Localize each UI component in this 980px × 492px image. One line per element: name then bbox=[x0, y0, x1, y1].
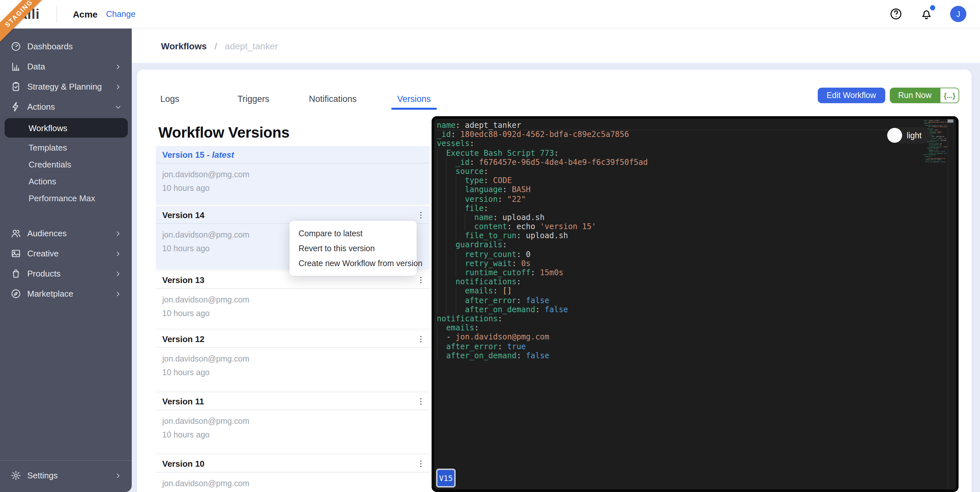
breadcrumb-section[interactable]: Workflows bbox=[161, 41, 207, 51]
code-line: after_error: false bbox=[924, 151, 947, 153]
sidebar-item-templates[interactable]: Templates bbox=[0, 139, 132, 156]
sidebar-item-label: Strategy & Planning bbox=[27, 82, 102, 92]
gear-icon bbox=[10, 470, 21, 481]
sidebar-nav: DashboardsDataStrategy & PlanningActions… bbox=[0, 37, 132, 304]
code-line: - jon.davidson@pmg.com bbox=[437, 333, 917, 342]
sidebar-item-strategy-planning[interactable]: Strategy & Planning bbox=[0, 76, 132, 97]
code-editor-content[interactable]: name: adept_tanker_id: 180edc88-092d-456… bbox=[437, 121, 917, 360]
code-line: retry_count: 0 bbox=[924, 143, 947, 145]
version-title-row: Version 11 bbox=[156, 393, 430, 410]
version-author-email: jon.davidson@pmg.com bbox=[162, 417, 423, 426]
version-meta: jon.davidson@pmg.com10 hours ago bbox=[156, 410, 430, 439]
change-org-link[interactable]: Change bbox=[106, 9, 136, 19]
chevron-right-icon bbox=[114, 250, 122, 257]
version-title: Version 10 bbox=[162, 459, 204, 468]
chevron-right-icon bbox=[114, 471, 122, 479]
menu-item-revert-to-this-version[interactable]: Revert to this version bbox=[290, 241, 417, 256]
tab-triggers[interactable]: Triggers bbox=[237, 94, 269, 104]
code-line: Execute Bash Script 773: bbox=[924, 125, 947, 127]
sidebar-item-credentials[interactable]: Credentials bbox=[0, 156, 132, 173]
kebab-menu-icon[interactable] bbox=[414, 209, 427, 221]
code-line: _id: f676457e-96d5-4de4-b4e9-f6c39f50f5a… bbox=[924, 127, 947, 128]
sidebar-item-performance-max[interactable]: Performance Max bbox=[0, 189, 132, 206]
run-button-group: Run Now {...} bbox=[890, 88, 959, 103]
help-icon[interactable] bbox=[889, 7, 903, 21]
code-line: language: BASH bbox=[437, 185, 917, 194]
context-menu: Compare to latestRevert to this versionC… bbox=[290, 221, 417, 276]
version-author-email: jon.davidson@pmg.com bbox=[162, 479, 423, 488]
code-line: name: upload.sh bbox=[437, 213, 917, 222]
run-params-button[interactable]: {...} bbox=[940, 88, 959, 103]
sidebar-item-label: Creative bbox=[27, 248, 59, 258]
edit-workflow-button[interactable]: Edit Workflow bbox=[818, 88, 885, 103]
version-title-row: Version 12 bbox=[156, 330, 430, 348]
code-line: retry_count: 0 bbox=[437, 250, 917, 259]
sidebar-bottom: Settings bbox=[0, 460, 132, 492]
code-line: guardrails: bbox=[924, 142, 947, 143]
sidebar-item-workflows[interactable]: Workflows bbox=[5, 118, 128, 138]
menu-item-compare-to-latest[interactable]: Compare to latest bbox=[290, 226, 417, 241]
toggle-knob[interactable] bbox=[887, 128, 902, 143]
kebab-menu-icon[interactable] bbox=[414, 457, 427, 470]
version-row[interactable]: Version 10jon.davidson@pmg.com10 hours a… bbox=[156, 455, 430, 492]
version-row[interactable]: Version 11jon.davidson@pmg.com10 hours a… bbox=[156, 393, 430, 453]
org-name: Acme bbox=[73, 9, 97, 19]
code-line: file: bbox=[437, 204, 917, 213]
sidebar-item-label: Actions bbox=[27, 102, 55, 111]
code-line: runtime_cutoff: 15m0s bbox=[437, 268, 917, 277]
version-title: Version 13 bbox=[162, 275, 204, 285]
kebab-menu-icon[interactable] bbox=[414, 273, 427, 286]
version-title: Version 15 - latest bbox=[162, 150, 234, 159]
sidebar-item-label: Settings bbox=[27, 471, 58, 480]
chevron-right-icon bbox=[114, 290, 122, 298]
kebab-menu-icon[interactable] bbox=[414, 395, 427, 408]
version-title: Version 11 bbox=[162, 396, 204, 406]
sidebar-item-marketplace[interactable]: Marketplace bbox=[0, 283, 132, 304]
sidebar-item-creative[interactable]: Creative bbox=[0, 244, 132, 264]
version-timestamp: 10 hours ago bbox=[162, 430, 423, 439]
sidebar-gap bbox=[0, 206, 132, 223]
kebab-menu-icon[interactable] bbox=[414, 332, 427, 345]
tab-logs[interactable]: Logs bbox=[160, 94, 180, 104]
sidebar-item-products[interactable]: Products bbox=[0, 264, 132, 283]
tab-notifications[interactable]: Notifications bbox=[309, 94, 356, 104]
sidebar-item-audiences[interactable]: Audiences bbox=[0, 223, 132, 244]
code-line: emails: bbox=[437, 323, 917, 332]
version-meta: jon.davidson@pmg.com10 hours ago bbox=[156, 473, 430, 492]
theme-toggle[interactable]: light bbox=[886, 127, 930, 143]
code-line: after_error: true bbox=[437, 342, 917, 351]
chevron-right-icon bbox=[114, 63, 122, 70]
topbar-divider bbox=[56, 5, 57, 22]
main-card: LogsTriggersNotificationsVersions Edit W… bbox=[137, 70, 972, 492]
code-line: _id: 180edc88-092d-4562-bdfa-c89e2c5a785… bbox=[924, 122, 947, 123]
sidebar-item-label: Audiences bbox=[27, 228, 67, 238]
code-editor[interactable]: name: adept_tanker_id: 180edc88-092d-456… bbox=[431, 116, 959, 492]
code-line: notifications: bbox=[924, 148, 947, 150]
minimap[interactable]: name: adept_tanker_id: 180edc88-092d-456… bbox=[924, 120, 947, 168]
version-row[interactable]: Version 15 - latestjon.davidson@pmg.com1… bbox=[156, 146, 430, 204]
menu-item-create-new-workflow-from-version[interactable]: Create new Workflow from version bbox=[290, 256, 417, 271]
scrollbar-thumb[interactable] bbox=[948, 119, 953, 123]
sidebar-item-actions[interactable]: Actions bbox=[0, 97, 132, 117]
code-line: retry_wait: 0s bbox=[437, 259, 917, 268]
version-title: Version 14 bbox=[162, 210, 204, 220]
topbar-right: J bbox=[889, 6, 966, 22]
version-row[interactable]: Version 13jon.davidson@pmg.com10 hours a… bbox=[156, 271, 430, 328]
notifications-bell-icon[interactable] bbox=[920, 7, 933, 21]
version-row[interactable]: Version 12jon.davidson@pmg.com10 hours a… bbox=[156, 330, 430, 391]
tab-versions[interactable]: Versions bbox=[397, 94, 431, 104]
sidebar-item-settings[interactable]: Settings bbox=[0, 465, 132, 486]
sidebar-item-actions[interactable]: Actions bbox=[0, 173, 132, 189]
theme-toggle-label: light bbox=[907, 131, 921, 140]
avatar[interactable]: J bbox=[950, 6, 966, 22]
latest-label: - latest bbox=[204, 150, 234, 159]
sidebar-item-data[interactable]: Data bbox=[0, 56, 132, 76]
code-line: after_error: true bbox=[924, 160, 947, 161]
run-now-button[interactable]: Run Now bbox=[890, 88, 940, 103]
scrollbar-track[interactable] bbox=[948, 119, 953, 489]
version-author-email: jon.davidson@pmg.com bbox=[162, 295, 423, 304]
code-line: notifications: bbox=[924, 155, 947, 156]
sidebar-item-dashboards[interactable]: Dashboards bbox=[0, 37, 132, 56]
sidebar-item-label: Dashboards bbox=[27, 41, 73, 51]
chevron-down-icon bbox=[114, 103, 122, 111]
